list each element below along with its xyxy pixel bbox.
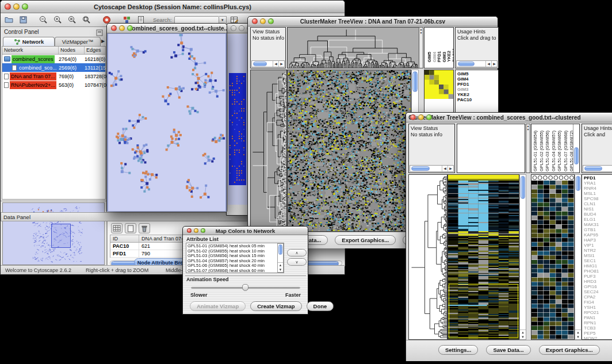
tv2-action-button[interactable]: Save Data...	[486, 345, 530, 355]
delete-attribute-icon[interactable]	[139, 223, 150, 233]
treeview1-titlebar[interactable]: ClusterMaker TreeView : DNA and Tran 07-…	[248, 17, 498, 26]
tv1-column-label[interactable]: PFD1	[437, 51, 442, 62]
zoom-fit-icon[interactable]	[80, 14, 93, 26]
tv2-column-label[interactable]: GPL51-07 (GSM868)	[563, 131, 569, 171]
tv1-global-heatmap-canvas[interactable]	[288, 70, 411, 231]
zoom-button[interactable]	[22, 3, 28, 10]
close-button[interactable]	[5, 3, 11, 10]
tv2-gene-label[interactable]: PHO81	[584, 269, 612, 274]
attribute-list-vscroll-thumb[interactable]	[278, 244, 282, 255]
tv1-column-dendrogram-canvas[interactable]	[288, 28, 419, 68]
zoom-button[interactable]	[201, 228, 205, 233]
network-row[interactable]: RNAPuberNov2+... 563(0) 107847(0)	[2, 81, 105, 89]
tv1-column-label[interactable]: GIM5	[427, 52, 432, 62]
attribute-list-vscroll[interactable]	[277, 243, 284, 273]
zoom-button[interactable]	[426, 114, 432, 120]
tv1-column-scroll-strip[interactable]: ▲▼	[419, 27, 423, 68]
tv2-gene-label[interactable]: VIP1	[584, 243, 612, 248]
col-nodes[interactable]: Nodes	[59, 47, 85, 54]
zoom-button[interactable]	[268, 18, 274, 24]
tv2-action-button[interactable]: Settings...	[438, 345, 478, 355]
tv1-gene-label[interactable]: GIM3	[457, 87, 498, 92]
tv1-gene-label[interactable]: PAC10	[457, 97, 498, 102]
tv1-zoom-heatmap-canvas[interactable]	[424, 70, 453, 99]
tv2-column-scroll-strip[interactable]: ▲▼	[526, 124, 530, 173]
tv2-gene-label[interactable]: SEC24	[584, 289, 612, 294]
tv1-heatmap-vscroll-thumb[interactable]	[412, 71, 418, 92]
network-canvas[interactable]	[108, 34, 225, 211]
tv1-global-heatmap[interactable]	[287, 70, 411, 232]
tv2-gene-label[interactable]: ELG1	[584, 217, 612, 222]
network-list-header[interactable]: Network Nodes Edges	[2, 47, 105, 55]
tv1-gene-label[interactable]: YKE2	[457, 92, 498, 97]
tv2-gene-label[interactable]: KAP95	[584, 232, 612, 237]
tv1-column-label[interactable]: PAC10	[452, 48, 454, 62]
tv2-gene-label[interactable]: PEP5	[584, 331, 612, 336]
tv1-row-dendrogram[interactable]	[250, 70, 287, 232]
tv1-column-label[interactable]: GIM4	[432, 52, 437, 62]
tv2-row-dendrogram-canvas[interactable]	[409, 175, 447, 339]
done-button[interactable]: Done	[307, 301, 334, 311]
minimize-button[interactable]	[119, 25, 125, 31]
birdseye-viewport-rect[interactable]	[51, 224, 71, 248]
tv1-usage-hints-scrollbar[interactable]	[456, 60, 498, 67]
tv1-column-label[interactable]: YKE2	[446, 51, 452, 62]
attribute-list-item[interactable]: GPL51-07 (GSM868) heat shock 60 min	[188, 269, 282, 273]
animate-vizmap-button[interactable]: Animate Vizmap	[190, 301, 246, 311]
panel-splitter[interactable]	[1, 201, 107, 201]
tv2-gene-label[interactable]: HMG1	[584, 263, 612, 269]
minimize-button[interactable]	[194, 228, 198, 233]
tv2-gene-label[interactable]: RNR4	[584, 186, 612, 191]
tv1-gene-label[interactable]: GIM5	[457, 71, 498, 76]
tv2-gene-label[interactable]: MSI1	[584, 253, 612, 258]
save-icon[interactable]	[17, 14, 29, 26]
tv1-gene-label[interactable]: PFD1	[457, 82, 498, 87]
tv2-gene-label[interactable]: RPN1	[584, 320, 612, 325]
tv2-gene-label[interactable]: GTB1	[584, 227, 612, 232]
tv2-column-labels-vscroll-thumb[interactable]	[574, 147, 579, 164]
col-network[interactable]: Network	[2, 47, 59, 54]
tv2-gene-label[interactable]: CPA2	[584, 294, 612, 300]
tv2-global-heatmap[interactable]	[447, 174, 519, 340]
tv2-gene-label[interactable]: SPC98	[584, 196, 612, 201]
dense-network-canvas[interactable]	[229, 73, 246, 185]
tv2-action-button[interactable]: Export Graphics...	[539, 345, 600, 355]
table-mode-icon[interactable]	[111, 223, 123, 233]
tv2-column-label[interactable]: GPL51-02 (GSM855)	[539, 131, 545, 171]
tv2-global-heatmap-canvas[interactable]	[448, 175, 519, 339]
tab-network[interactable]: Network	[3, 37, 55, 46]
move-up-button[interactable]: ∧	[287, 249, 307, 256]
tv2-gene-label[interactable]: PFD1	[584, 175, 612, 181]
cytoscape-titlebar[interactable]: Cytoscape Desktop (Session Name: collins…	[1, 1, 345, 13]
tv2-column-labels-vscroll[interactable]	[573, 124, 579, 173]
tv2-heatmap-vscroll-thumb[interactable]	[521, 176, 525, 199]
tv1-action-button[interactable]: Export Graphics...	[335, 235, 396, 245]
tv2-gene-label[interactable]: CLN1	[584, 201, 612, 206]
move-down-button[interactable]: ∨	[287, 258, 307, 266]
tv2-view-status-scrollbar[interactable]	[410, 165, 454, 172]
tv2-gene-label[interactable]: NIS1	[584, 206, 612, 212]
minimize-button[interactable]	[418, 114, 424, 120]
minimize-button[interactable]	[239, 25, 244, 31]
close-button[interactable]	[187, 228, 192, 233]
network-row[interactable]: combined_scores 2764(0) 16218(0)	[2, 55, 105, 63]
tv2-zoom-vscroll-thumb[interactable]	[576, 176, 580, 191]
minimize-button[interactable]	[13, 3, 20, 10]
tv2-gene-label[interactable]: TCB3	[584, 325, 612, 331]
tv1-view-status-scrollbar[interactable]	[251, 60, 285, 67]
close-button[interactable]	[231, 25, 236, 31]
tv2-gene-label[interactable]: MAK31	[584, 222, 612, 227]
zoom-selected-icon[interactable]	[66, 14, 78, 26]
animation-slider-thumb[interactable]	[242, 284, 248, 291]
network-row[interactable]: combined_sco... 2569(6) 13112(15)	[2, 63, 105, 72]
tv2-gene-label[interactable]: YSH1	[584, 305, 612, 310]
zoom-out-icon[interactable]	[37, 14, 49, 26]
tv2-gene-label[interactable]: FIG4	[584, 300, 612, 305]
zoom-button[interactable]	[127, 25, 133, 31]
tv1-row-dendrogram-canvas[interactable]	[251, 70, 286, 231]
tv2-gene-label[interactable]: PUF3	[584, 274, 612, 279]
tv1-gene-label[interactable]: GIM4	[457, 76, 498, 82]
minimize-button[interactable]	[260, 18, 266, 24]
tv2-zoom-heatmap[interactable]	[531, 174, 575, 340]
tv2-gene-label[interactable]: PAN1	[584, 315, 612, 320]
